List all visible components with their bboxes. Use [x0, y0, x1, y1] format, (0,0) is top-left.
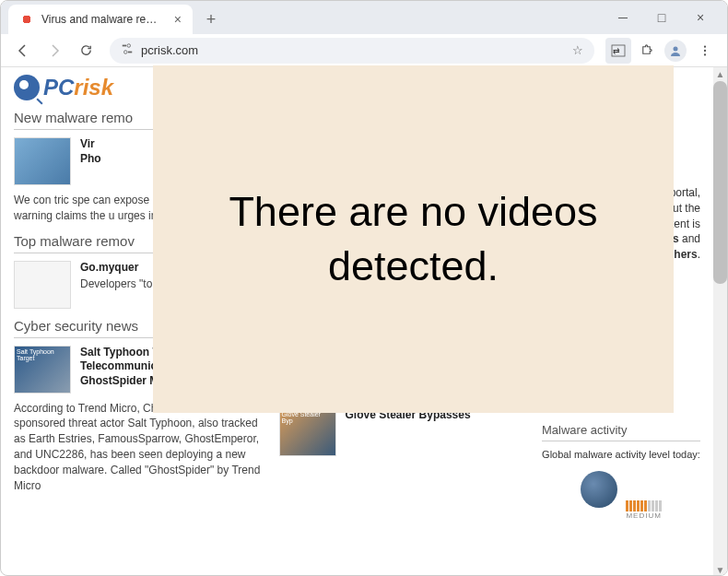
- translate-icon: ⇄: [611, 43, 626, 58]
- extension-group: ⇄: [605, 38, 659, 64]
- activity-level: MEDIUM: [626, 511, 662, 520]
- svg-point-1: [127, 44, 131, 48]
- forward-button[interactable]: [41, 38, 67, 64]
- article-body: Glove Stealer Bypasses: [346, 408, 530, 456]
- article-thumb[interactable]: Salt Typhoon Target: [14, 346, 71, 394]
- url-text: pcrisk.com: [141, 43, 565, 57]
- scroll-down-icon[interactable]: ▼: [713, 563, 727, 576]
- svg-point-9: [704, 53, 706, 55]
- new-tab-button[interactable]: +: [198, 6, 224, 32]
- bookmark-star-icon[interactable]: ☆: [572, 43, 583, 57]
- article-text: According to Trend Micro, Chinese state-…: [14, 401, 264, 494]
- svg-point-8: [704, 49, 706, 51]
- window-controls: ─ □ ×: [604, 1, 720, 34]
- svg-rect-0: [123, 45, 126, 47]
- profile-icon: [668, 43, 683, 58]
- extensions-button[interactable]: [633, 38, 659, 64]
- favicon-icon: [19, 12, 34, 27]
- section-malware-activity: Malware activity: [542, 423, 700, 441]
- browser-titlebar: Virus and malware removal ins × + ─ □ ×: [1, 1, 727, 34]
- logo-text: PCrisk: [43, 75, 113, 100]
- browser-toolbar: pcrisk.com ☆ ⇄: [1, 34, 727, 67]
- svg-text:⇄: ⇄: [613, 46, 620, 55]
- article-thumb[interactable]: Glove Stealer Byp: [279, 408, 336, 456]
- forward-icon: [47, 43, 62, 58]
- article-thumb[interactable]: [14, 261, 71, 309]
- tab-title: Virus and malware removal ins: [41, 13, 163, 26]
- activity-meter: MEDIUM: [626, 500, 662, 520]
- video-overlay: There are no videos detected.: [153, 65, 674, 413]
- overlay-message: There are no videos detected.: [153, 185, 674, 293]
- activity-label: Global malware activity level today:: [542, 449, 700, 460]
- scrollbar-thumb[interactable]: [713, 81, 727, 284]
- svg-point-6: [674, 46, 678, 51]
- article-thumb[interactable]: [14, 137, 71, 185]
- scrollbar[interactable]: ▲ ▼: [713, 67, 727, 576]
- svg-rect-2: [128, 52, 132, 53]
- translate-button[interactable]: ⇄: [605, 38, 631, 64]
- reload-button[interactable]: [73, 38, 99, 64]
- browser-window: Virus and malware removal ins × + ─ □ × …: [0, 0, 728, 576]
- maximize-button[interactable]: □: [642, 4, 681, 31]
- svg-point-3: [124, 51, 128, 54]
- scroll-up-icon[interactable]: ▲: [713, 67, 727, 81]
- browser-tab[interactable]: Virus and malware removal ins ×: [8, 5, 193, 34]
- close-button[interactable]: ×: [681, 4, 720, 31]
- menu-button[interactable]: [692, 38, 718, 64]
- magnifier-icon: [14, 75, 40, 100]
- back-button[interactable]: [10, 38, 36, 64]
- kebab-icon: [699, 44, 711, 57]
- puzzle-icon: [640, 43, 653, 57]
- tab-close-icon[interactable]: ×: [174, 12, 182, 27]
- profile-button[interactable]: [664, 40, 687, 62]
- site-settings-icon[interactable]: [121, 42, 134, 58]
- minimize-button[interactable]: ─: [604, 4, 642, 31]
- globe-icon: [581, 471, 617, 508]
- address-bar[interactable]: pcrisk.com ☆: [110, 38, 594, 64]
- article-item: Glove Stealer Byp Glove Stealer Bypasses: [279, 408, 530, 456]
- svg-point-7: [704, 45, 706, 47]
- activity-widget: Global malware activity level today: MED…: [542, 449, 700, 520]
- back-icon: [16, 43, 30, 58]
- reload-icon: [79, 43, 93, 57]
